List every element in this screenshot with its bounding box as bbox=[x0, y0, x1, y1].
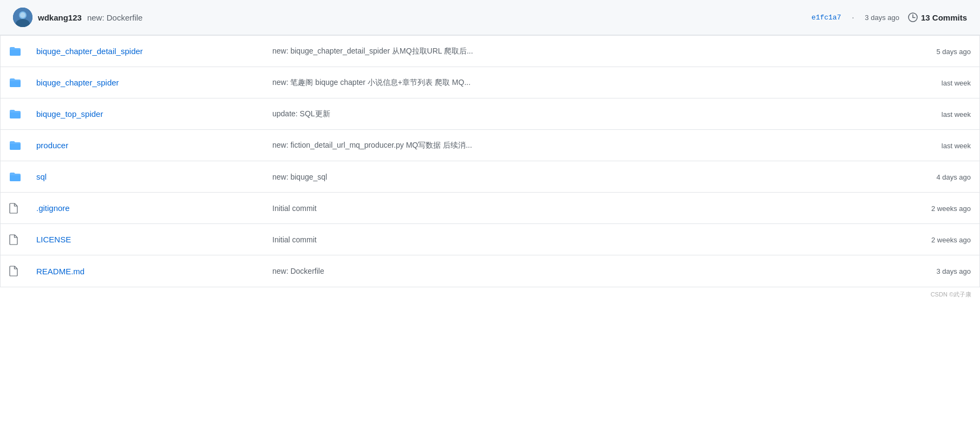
commits-link[interactable]: 13 Commits bbox=[908, 12, 967, 22]
file-time: 3 days ago bbox=[936, 267, 971, 275]
commit-message: new: biquge_sql bbox=[272, 173, 327, 181]
author-name[interactable]: wdkang123 bbox=[38, 13, 82, 22]
commit-message: new: fiction_detail_url_mq_producer.py M… bbox=[272, 141, 472, 149]
commit-time: 3 days ago bbox=[865, 14, 899, 22]
folder-svg bbox=[9, 109, 21, 120]
folder-icon bbox=[9, 140, 36, 151]
file-icon bbox=[9, 203, 36, 214]
folder-icon bbox=[9, 46, 36, 57]
file-time: last week bbox=[942, 142, 971, 150]
avatar-image bbox=[13, 8, 32, 27]
file-name[interactable]: producer bbox=[36, 141, 68, 150]
table-row: producernew: fiction_detail_url_mq_produ… bbox=[1, 130, 979, 161]
file-time: 5 days ago bbox=[936, 48, 971, 56]
folder-svg bbox=[9, 77, 21, 88]
repo-container: wdkang123 new: Dockerfile e1fc1a7 · 3 da… bbox=[0, 0, 980, 422]
file-name[interactable]: biquge_chapter_spider bbox=[36, 78, 119, 87]
table-row: README.mdnew: Dockerfile3 days ago bbox=[1, 255, 979, 287]
folder-icon bbox=[9, 109, 36, 120]
file-icon bbox=[9, 234, 36, 245]
file-name[interactable]: .gitignore bbox=[36, 203, 70, 213]
commits-count-label: 13 Commits bbox=[921, 13, 967, 22]
table-row: biquge_chapter_detail_spidernew: biquge_… bbox=[1, 36, 979, 67]
file-name[interactable]: README.md bbox=[36, 267, 84, 276]
table-row: LICENSEInitial commit2 weeks ago bbox=[1, 224, 979, 255]
table-row: biquge_chapter_spidernew: 笔趣阁 biquge cha… bbox=[1, 67, 979, 98]
file-list: biquge_chapter_detail_spidernew: biquge_… bbox=[0, 35, 980, 287]
avatar bbox=[13, 8, 32, 27]
header-right: e1fc1a7 · 3 days ago 13 Commits bbox=[812, 12, 967, 22]
history-icon bbox=[908, 12, 918, 22]
file-svg bbox=[9, 234, 18, 245]
commit-message: new: Dockerfile bbox=[272, 267, 324, 275]
folder-svg bbox=[9, 46, 21, 57]
commit-hash[interactable]: e1fc1a7 bbox=[812, 14, 841, 22]
folder-svg bbox=[9, 172, 21, 182]
file-name[interactable]: biquge_chapter_detail_spider bbox=[36, 47, 143, 56]
table-row: sqlnew: biquge_sql4 days ago bbox=[1, 161, 979, 193]
folder-svg bbox=[9, 140, 21, 151]
file-svg bbox=[9, 203, 18, 214]
commit-message: Initial commit bbox=[272, 235, 317, 244]
table-row: .gitignoreInitial commit2 weeks ago bbox=[1, 193, 979, 224]
watermark: CSDN ©武子康 bbox=[0, 287, 980, 302]
file-time: last week bbox=[942, 110, 971, 118]
table-row: biquge_top_spiderupdate: SQL更新last week bbox=[1, 98, 979, 130]
folder-icon bbox=[9, 172, 36, 182]
file-time: 4 days ago bbox=[936, 173, 971, 181]
file-time: 2 weeks ago bbox=[931, 236, 971, 244]
file-svg bbox=[9, 266, 18, 276]
file-time: last week bbox=[942, 79, 971, 87]
separator: · bbox=[852, 13, 854, 22]
commit-message: update: SQL更新 bbox=[272, 109, 330, 118]
file-icon bbox=[9, 266, 36, 276]
commit-message: new: biquge_chapter_detail_spider 从MQ拉取U… bbox=[272, 47, 473, 55]
file-name[interactable]: sql bbox=[36, 172, 47, 181]
file-name[interactable]: LICENSE bbox=[36, 235, 71, 244]
folder-icon bbox=[9, 77, 36, 88]
commit-message: new: 笔趣阁 biquge chapter 小说信息+章节列表 爬取 MQ.… bbox=[272, 78, 471, 87]
file-rows-container: biquge_chapter_detail_spidernew: biquge_… bbox=[1, 36, 979, 287]
commit-message: Initial commit bbox=[272, 204, 317, 213]
svg-point-3 bbox=[20, 12, 25, 18]
file-name[interactable]: biquge_top_spider bbox=[36, 109, 103, 118]
header-left: wdkang123 new: Dockerfile bbox=[13, 8, 142, 27]
repo-header: wdkang123 new: Dockerfile e1fc1a7 · 3 da… bbox=[0, 0, 980, 35]
header-commit-message: new: Dockerfile bbox=[87, 13, 143, 22]
file-time: 2 weeks ago bbox=[931, 205, 971, 213]
